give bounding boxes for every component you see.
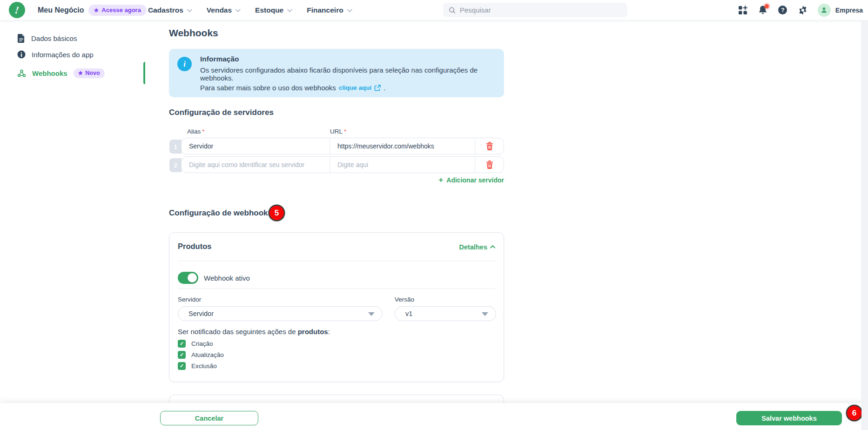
delete-server-button-2[interactable] xyxy=(475,157,504,173)
sidebar-item-label: Dados básicos xyxy=(31,34,77,42)
main-nav: Cadastros Vendas Estoque Financeiro xyxy=(148,0,351,20)
version-select-value: v1 xyxy=(405,310,412,317)
alias-cell xyxy=(182,138,330,154)
server-select-value: Servidor xyxy=(188,310,214,317)
server-select-label: Servidor xyxy=(178,296,201,303)
url-column-label: URL* xyxy=(330,128,346,135)
notifications-bell-icon[interactable] xyxy=(758,5,768,15)
version-select[interactable]: v1 xyxy=(395,306,496,321)
details-label: Detalhes xyxy=(459,243,487,251)
notify-suffix: : xyxy=(328,328,330,336)
brand-name: Meu Negócio xyxy=(38,6,84,14)
brand-group: Meu Negócio Acesse agora xyxy=(38,0,155,20)
annotation-badge-6: 6 xyxy=(847,406,861,420)
checkbox-criacao[interactable]: Criação xyxy=(178,340,213,348)
row-number-badge: 1 xyxy=(169,140,182,154)
alias-column-label: Alias* xyxy=(187,128,205,135)
nav-item-financeiro[interactable]: Financeiro xyxy=(307,6,350,14)
server-row-1: 1 xyxy=(181,138,504,155)
info-icon xyxy=(17,50,26,59)
required-asterisk: * xyxy=(202,128,204,135)
nav-item-cadastros[interactable]: Cadastros xyxy=(148,6,191,14)
checkbox-atualizacao[interactable]: Atualização xyxy=(178,351,224,359)
novo-badge: Novo xyxy=(74,68,105,78)
url-cell xyxy=(330,157,475,173)
page-title: Webhooks xyxy=(169,27,218,39)
top-right-actions: Empresa xyxy=(738,0,863,20)
apps-grid-icon[interactable] xyxy=(738,5,748,15)
delete-server-button-1[interactable] xyxy=(475,138,504,154)
notification-dot xyxy=(765,4,769,8)
sidebar-item-label: Informações do app xyxy=(32,51,94,59)
novo-badge-label: Novo xyxy=(85,70,100,76)
nav-label: Estoque xyxy=(255,6,283,14)
nav-label: Vendas xyxy=(207,6,232,14)
sidebar-item-webhooks[interactable]: Webhooks Novo xyxy=(0,64,145,82)
avatar xyxy=(818,4,831,17)
settings-gear-icon[interactable] xyxy=(798,5,808,15)
toggle-knob xyxy=(188,273,197,282)
active-item-indicator xyxy=(143,62,145,84)
add-server-label: Adicionar servidor xyxy=(446,176,504,184)
plus-icon xyxy=(438,175,443,185)
info-text-2: Para saber mais sobre o uso dos webhooks… xyxy=(200,84,386,92)
alias-input-1[interactable] xyxy=(189,142,322,150)
add-server-button[interactable]: Adicionar servidor xyxy=(438,175,504,185)
save-webhooks-button[interactable]: Salvar webhooks xyxy=(736,411,842,425)
info-icon xyxy=(177,57,192,71)
chevron-up-icon xyxy=(490,245,495,250)
external-link-icon xyxy=(374,85,381,91)
next-card-partial xyxy=(169,395,504,403)
page-scrollbar[interactable] xyxy=(861,20,868,430)
nav-item-estoque[interactable]: Estoque xyxy=(255,6,291,14)
chevron-down-icon xyxy=(236,7,241,12)
help-icon[interactable] xyxy=(778,5,788,15)
server-select[interactable]: Servidor xyxy=(178,306,383,321)
divider xyxy=(178,261,495,261)
person-icon xyxy=(821,7,828,13)
promo-badge[interactable]: Acesse agora xyxy=(88,5,147,16)
url-label-text: URL xyxy=(330,128,343,135)
webhook-icon xyxy=(17,69,26,78)
app-logo[interactable]: ! xyxy=(9,2,25,18)
dropdown-arrow-icon xyxy=(368,312,375,316)
star-icon xyxy=(78,70,83,76)
user-menu[interactable]: Empresa xyxy=(818,4,863,17)
checkbox-label: Criação xyxy=(191,340,213,347)
info-title: Informação xyxy=(200,55,239,63)
checkbox-label: Atualização xyxy=(191,351,224,358)
info-text: Os servidores configurados abaixo ficarã… xyxy=(200,66,504,82)
footer-action-bar: Cancelar Salvar webhooks 6 xyxy=(0,403,868,430)
server-row-2: 2 xyxy=(181,156,504,173)
cancel-button[interactable]: Cancelar xyxy=(160,411,258,425)
search-icon xyxy=(449,7,456,14)
webhook-active-toggle[interactable] xyxy=(178,272,198,284)
chevron-down-icon xyxy=(287,7,292,12)
checkbox-exclusao[interactable]: Exclusão xyxy=(178,362,217,370)
user-name: Empresa xyxy=(835,7,863,14)
sidebar-item-label: Webhooks xyxy=(32,69,67,77)
card-title: Produtos xyxy=(178,242,211,251)
produtos-card: Produtos Detalhes Webhook ativo Servidor… xyxy=(169,232,504,382)
question-mark-icon xyxy=(778,6,787,14)
nav-item-vendas[interactable]: Vendas xyxy=(207,6,239,14)
checkbox-checked-icon xyxy=(178,362,186,370)
alias-input-2[interactable] xyxy=(189,161,322,168)
notify-prefix: Ser notificado das seguintes ações de xyxy=(178,328,298,336)
info-link-suffix: . xyxy=(384,84,385,92)
sidebar-item-dados-basicos[interactable]: Dados básicos xyxy=(0,29,145,47)
notify-description: Ser notificado das seguintes ações de pr… xyxy=(178,328,330,336)
alias-label-text: Alias xyxy=(187,128,201,135)
global-search[interactable] xyxy=(443,3,627,17)
servers-section-title: Configuração de servidores xyxy=(169,108,274,117)
url-input-2[interactable] xyxy=(337,161,467,168)
app-screen: ! Meu Negócio Acesse agora Cadastros Ven… xyxy=(0,0,868,430)
search-input[interactable] xyxy=(460,6,622,14)
sidebar-item-informacoes-do-app[interactable]: Informações do app xyxy=(0,46,145,63)
row-number-badge: 2 xyxy=(169,158,182,172)
trash-icon xyxy=(486,142,493,150)
checkbox-label: Exclusão xyxy=(191,363,217,370)
clique-aqui-link[interactable]: clique aqui xyxy=(339,84,372,91)
url-input-1[interactable] xyxy=(337,142,467,150)
details-toggle-button[interactable]: Detalhes xyxy=(459,243,495,251)
